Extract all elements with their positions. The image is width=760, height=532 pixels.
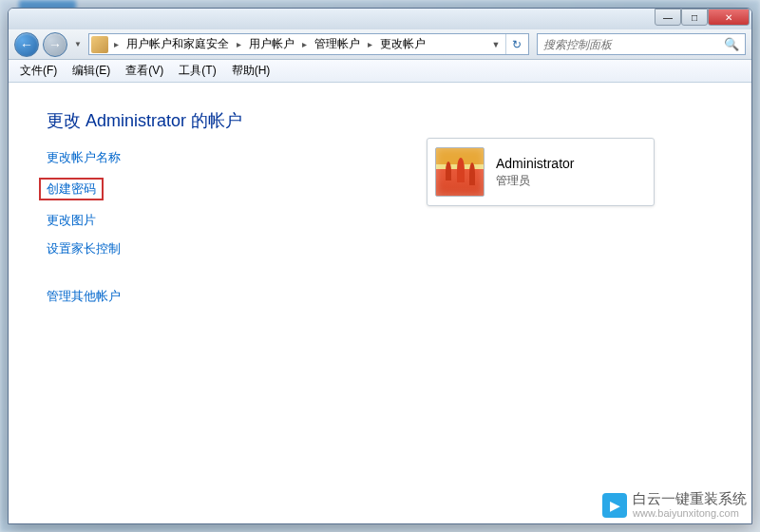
menu-help[interactable]: 帮助(H) bbox=[224, 60, 278, 82]
menu-tools[interactable]: 工具(T) bbox=[171, 60, 223, 82]
breadcrumb-item[interactable]: 管理帐户 bbox=[311, 34, 364, 54]
address-dropdown-icon[interactable]: ▼ bbox=[488, 40, 504, 49]
control-panel-window: — □ ✕ ← → ▼ ▸ 用户帐户和家庭安全 ▸ 用户帐户 ▸ 管理帐户 ▸ … bbox=[8, 8, 752, 524]
search-icon[interactable]: 🔍 bbox=[724, 37, 739, 51]
watermark-brand: 白云一键重装系统 bbox=[633, 491, 747, 507]
menu-view[interactable]: 查看(V) bbox=[118, 60, 171, 82]
menu-bar: 文件(F) 编辑(E) 查看(V) 工具(T) 帮助(H) bbox=[9, 60, 751, 83]
chevron-right-icon[interactable]: ▸ bbox=[366, 39, 374, 49]
account-card: Administrator 管理员 bbox=[427, 138, 655, 206]
link-parental-controls[interactable]: 设置家长控制 bbox=[47, 240, 121, 257]
titlebar: — □ ✕ bbox=[9, 9, 751, 29]
link-create-password[interactable]: 创建密码 bbox=[39, 178, 104, 200]
menu-edit[interactable]: 编辑(E) bbox=[65, 60, 118, 82]
refresh-button[interactable]: ↻ bbox=[505, 34, 526, 54]
menu-file[interactable]: 文件(F) bbox=[12, 60, 65, 82]
account-role: 管理员 bbox=[496, 173, 574, 189]
breadcrumb-item[interactable]: 更改帐户 bbox=[376, 34, 429, 54]
watermark: ▶ 白云一键重装系统 www.baiyunxitong.com bbox=[602, 491, 747, 519]
link-change-picture[interactable]: 更改图片 bbox=[47, 212, 96, 229]
navigation-toolbar: ← → ▼ ▸ 用户帐户和家庭安全 ▸ 用户帐户 ▸ 管理帐户 ▸ 更改帐户 ▼… bbox=[9, 29, 751, 60]
watermark-logo-icon: ▶ bbox=[602, 493, 627, 518]
account-name: Administrator bbox=[496, 156, 574, 171]
maximize-button[interactable]: □ bbox=[681, 9, 708, 26]
minimize-button[interactable]: — bbox=[655, 9, 681, 26]
link-change-account-name[interactable]: 更改帐户名称 bbox=[47, 149, 121, 166]
content-area: 更改 Administrator 的帐户 更改帐户名称 创建密码 更改图片 设置… bbox=[9, 83, 751, 523]
search-input[interactable] bbox=[543, 38, 724, 51]
forward-button[interactable]: → bbox=[43, 32, 67, 57]
close-button[interactable]: ✕ bbox=[708, 9, 750, 26]
search-box[interactable]: 🔍 bbox=[537, 33, 746, 55]
address-bar[interactable]: ▸ 用户帐户和家庭安全 ▸ 用户帐户 ▸ 管理帐户 ▸ 更改帐户 ▼ ↻ bbox=[88, 33, 529, 55]
chevron-right-icon[interactable]: ▸ bbox=[235, 39, 243, 49]
page-title: 更改 Administrator 的帐户 bbox=[47, 109, 370, 132]
chevron-right-icon[interactable]: ▸ bbox=[112, 39, 121, 49]
control-panel-icon bbox=[91, 36, 108, 53]
nav-history-dropdown[interactable]: ▼ bbox=[71, 35, 85, 54]
link-manage-other-accounts[interactable]: 管理其他帐户 bbox=[47, 288, 121, 305]
watermark-url: www.baiyunxitong.com bbox=[633, 507, 747, 519]
breadcrumb-item[interactable]: 用户帐户和家庭安全 bbox=[123, 34, 233, 54]
back-button[interactable]: ← bbox=[14, 32, 39, 57]
avatar bbox=[435, 147, 484, 197]
breadcrumb: ▸ 用户帐户和家庭安全 ▸ 用户帐户 ▸ 管理帐户 ▸ 更改帐户 bbox=[112, 34, 429, 54]
breadcrumb-item[interactable]: 用户帐户 bbox=[245, 34, 298, 54]
chevron-right-icon[interactable]: ▸ bbox=[300, 39, 309, 49]
